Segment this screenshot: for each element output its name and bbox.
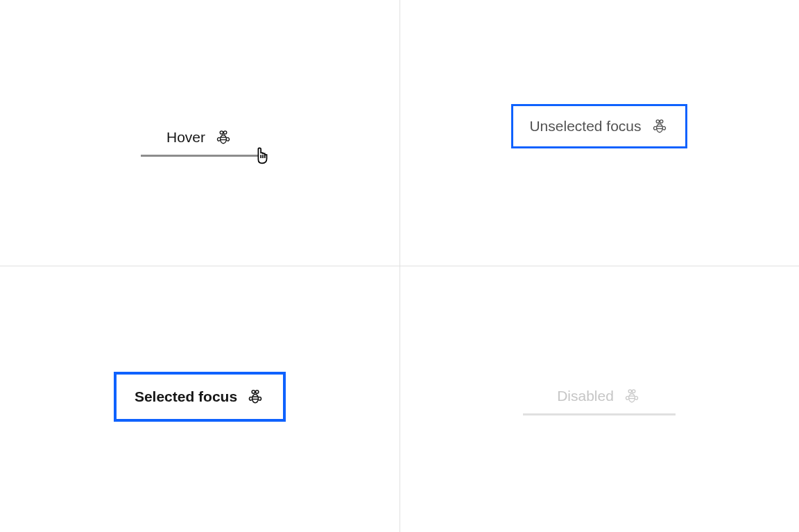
svg-point-12 bbox=[660, 120, 662, 123]
bee-icon bbox=[650, 117, 669, 136]
svg-point-0 bbox=[221, 135, 227, 144]
tab-disabled: Disabled bbox=[523, 377, 676, 415]
unselected-focus-quadrant: Unselected focus bbox=[400, 0, 799, 266]
bee-icon bbox=[214, 128, 233, 147]
svg-point-3 bbox=[220, 131, 223, 134]
svg-point-18 bbox=[628, 394, 635, 402]
bee-icon bbox=[622, 386, 642, 406]
svg-point-22 bbox=[632, 390, 635, 393]
tab-label: Disabled bbox=[557, 388, 614, 404]
tab-hover[interactable]: Hover bbox=[141, 118, 259, 157]
svg-point-21 bbox=[628, 390, 631, 393]
svg-point-8 bbox=[656, 124, 662, 132]
svg-point-11 bbox=[656, 120, 659, 123]
tab-unselected-focus[interactable]: Unselected focus bbox=[511, 104, 687, 148]
svg-point-17 bbox=[256, 391, 259, 393]
svg-point-13 bbox=[252, 395, 259, 403]
tab-label: Unselected focus bbox=[529, 118, 641, 135]
horizontal-divider bbox=[0, 266, 799, 266]
svg-point-4 bbox=[223, 131, 226, 134]
pointer-cursor-icon bbox=[252, 146, 273, 167]
tab-selected-focus[interactable]: Selected focus bbox=[114, 372, 286, 422]
bee-icon bbox=[246, 387, 265, 406]
tab-label: Hover bbox=[166, 129, 205, 146]
selected-focus-quadrant: Selected focus bbox=[0, 266, 400, 532]
disabled-state-quadrant: Disabled bbox=[400, 266, 799, 532]
tab-label: Selected focus bbox=[135, 388, 237, 405]
hover-state-quadrant: Hover bbox=[0, 0, 400, 266]
svg-point-16 bbox=[252, 391, 255, 393]
